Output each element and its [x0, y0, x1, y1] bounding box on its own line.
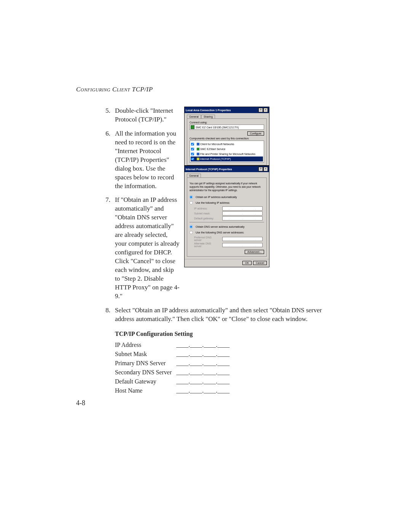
component-checkbox[interactable] — [191, 158, 194, 161]
lan-properties-dialog: Local Area Connection 1 Properties ? × G… — [184, 107, 269, 166]
page-header: Configuring Client TCP/IP — [76, 86, 153, 93]
preferred-dns-label: Preferred DNS server: — [194, 236, 220, 241]
step-number: 8. — [99, 306, 115, 324]
components-list[interactable]: Client for Microsoft Networks SMC EZStar… — [190, 141, 264, 163]
radio-use-ip[interactable] — [190, 201, 193, 204]
list-item[interactable]: Client for Microsoft Networks — [191, 142, 263, 147]
opt-auto-dns[interactable]: Obtain DNS server address automatically — [190, 224, 264, 230]
tab-sharing[interactable]: Sharing — [201, 115, 215, 118]
nic-icon — [191, 125, 194, 129]
preferred-dns-field[interactable]: ... — [222, 237, 263, 241]
list-item[interactable]: SMC EZStart Service — [191, 147, 263, 152]
tcpip-properties-dialog: Internet Protocol (TCP/IP) Properties ? … — [184, 166, 269, 267]
nic-field: SMC EZ Card 10/100 (SMC1211TX) — [190, 125, 264, 130]
config-label: IP Address — [115, 340, 176, 350]
opt-label: Use the following DNS server addresses: — [196, 231, 244, 234]
component-label: File and Printer Sharing for Microsoft N… — [200, 152, 255, 156]
step-text: Select "Obtain an IP address automatical… — [115, 306, 335, 324]
tab-general[interactable]: General — [187, 115, 201, 118]
radio-use-dns[interactable] — [190, 231, 193, 234]
client-icon — [197, 143, 199, 145]
config-blank: ____.____.____.____ — [176, 359, 234, 368]
alternate-dns-field[interactable]: ... — [222, 243, 263, 247]
config-label: Default Gateway — [115, 377, 176, 386]
step-text: All the information you need to record i… — [115, 129, 180, 191]
dialog-title: Local Area Connection 1 Properties — [186, 109, 231, 112]
config-blank: ____.____.____.____ — [176, 368, 234, 377]
list-item-selected[interactable]: Internet Protocol (TCP/IP) — [191, 157, 263, 161]
config-blank: ____.____.____.____ — [176, 340, 234, 350]
config-label: Host Name — [115, 386, 176, 395]
gateway-field[interactable]: ... — [222, 216, 263, 220]
ip-address-label: IP address: — [194, 207, 220, 210]
help-icon[interactable]: ? — [258, 108, 263, 112]
opt-label: Obtain an IP address automatically — [196, 196, 237, 198]
config-label: Secondary DNS Server — [115, 368, 176, 377]
component-checkbox[interactable] — [191, 148, 194, 151]
opt-use-ip[interactable]: Use the following IP address: — [190, 200, 264, 206]
component-label: Client for Microsoft Networks — [200, 142, 234, 146]
step-number: 7. — [99, 196, 115, 300]
dialog-title: Internet Protocol (TCP/IP) Properties — [186, 168, 232, 171]
gateway-label: Default gateway: — [194, 217, 220, 220]
config-blank: ____.____.____.____ — [176, 377, 234, 386]
component-label: Internet Protocol (TCP/IP) — [200, 157, 231, 161]
opt-use-dns[interactable]: Use the following DNS server addresses: — [190, 230, 264, 235]
service-icon — [197, 153, 199, 155]
list-item[interactable]: File and Printer Sharing for Microsoft N… — [191, 152, 263, 157]
alternate-dns-label: Alternate DNS server: — [194, 242, 220, 248]
config-label: Primary DNS Server — [115, 359, 176, 368]
nic-name: SMC EZ Card 10/100 (SMC1211TX) — [196, 126, 239, 129]
opt-label: Obtain DNS server address automatically — [196, 225, 244, 228]
step-text: If "Obtain an IP address automatically" … — [115, 196, 180, 300]
radio-auto-ip[interactable] — [190, 195, 193, 198]
configure-button[interactable]: Configure — [247, 131, 264, 136]
service-icon — [197, 148, 199, 150]
radio-auto-dns[interactable] — [190, 225, 193, 228]
close-icon[interactable]: × — [263, 167, 268, 171]
close-icon[interactable]: × — [263, 108, 268, 112]
advanced-button[interactable]: Advanced... — [245, 250, 264, 254]
protocol-icon — [197, 158, 199, 160]
opt-label: Use the following IP address: — [196, 201, 230, 204]
dialog-screenshot: Local Area Connection 1 Properties ? × G… — [184, 107, 269, 267]
step-text: Double-click "Internet Protocol (TCP/IP)… — [115, 107, 180, 124]
config-heading: TCP/IP Configuration Setting — [115, 331, 335, 337]
help-text: You can get IP settings assigned automat… — [190, 182, 264, 192]
component-label: SMC EZStart Service — [200, 147, 226, 151]
component-checkbox[interactable] — [191, 153, 194, 156]
step-number: 5. — [99, 107, 115, 124]
config-blank: ____.____.____.____ — [176, 350, 234, 359]
ok-button[interactable]: OK — [242, 261, 252, 265]
help-icon[interactable]: ? — [258, 167, 263, 171]
opt-auto-ip[interactable]: Obtain an IP address automatically — [190, 194, 264, 200]
page-number: 4-8 — [76, 399, 85, 407]
cancel-button[interactable]: Cancel — [253, 261, 267, 265]
component-checkbox[interactable] — [191, 143, 194, 146]
ip-address-field[interactable]: ... — [222, 206, 263, 211]
components-label: Components checked are used by this conn… — [190, 137, 264, 140]
connect-using-label: Connect using: — [190, 121, 264, 124]
subnet-field[interactable]: ... — [222, 211, 263, 216]
subnet-label: Subnet mask: — [194, 212, 220, 215]
config-blank: ____.____.____.____ — [176, 386, 234, 395]
tab-general[interactable]: General — [187, 174, 201, 177]
config-table: IP Address____.____.____.____ Subnet Mas… — [115, 340, 234, 395]
config-label: Subnet Mask — [115, 350, 176, 359]
step-number: 6. — [99, 129, 115, 191]
